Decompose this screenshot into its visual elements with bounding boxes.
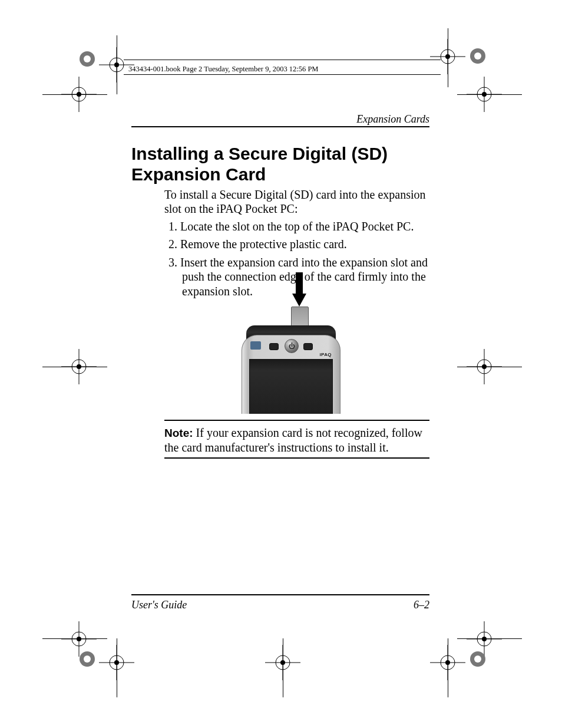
device-button <box>303 343 313 350</box>
crop-line <box>42 367 107 367</box>
device-body: ⏻ iPAQ <box>242 335 340 414</box>
note-body: If your expansion card is not recognized… <box>164 426 422 454</box>
step-item: 2. Remove the protective plastic card. <box>164 237 429 251</box>
registration-gear-icon <box>469 47 487 65</box>
power-button-icon: ⏻ <box>285 339 299 353</box>
footer-rule <box>131 594 429 595</box>
crop-line <box>448 638 448 697</box>
device-button <box>269 343 279 350</box>
footer-left: User's Guide <box>131 599 187 611</box>
step-text: Locate the slot on the top of the iPAQ P… <box>180 220 414 233</box>
intro-paragraph: To install a Secure Digital (SD) card in… <box>164 187 429 216</box>
step-text: Remove the protective plastic card. <box>180 238 347 251</box>
note-paragraph: Note: If your expansion card is not reco… <box>164 426 429 455</box>
note-label: Note: <box>164 427 193 439</box>
section-heading: Installing a Secure Digital (SD) Expansi… <box>131 143 429 185</box>
note-rule-top <box>164 420 429 421</box>
running-header-rule <box>131 126 429 127</box>
crop-line <box>283 638 283 697</box>
registration-gear-icon <box>78 650 96 668</box>
crop-line <box>448 28 448 87</box>
device-brand-label: iPAQ <box>319 352 332 357</box>
crop-line <box>42 638 107 639</box>
print-header-rule-top <box>124 60 441 60</box>
crop-line <box>457 367 522 367</box>
footer-right: 6–2 <box>414 599 429 611</box>
power-glyph: ⏻ <box>289 342 295 350</box>
svg-point-51 <box>474 655 481 663</box>
note-rule-bottom <box>164 457 429 459</box>
print-header: 343434-001.book Page 2 Tuesday, Septembe… <box>128 65 318 74</box>
crop-line <box>457 94 522 95</box>
svg-point-33 <box>84 655 91 663</box>
registration-gear-icon <box>78 50 96 68</box>
insert-arrow-icon <box>292 272 306 308</box>
svg-point-31 <box>77 637 81 641</box>
print-header-rule-bottom <box>124 74 441 75</box>
crop-line <box>42 94 107 95</box>
device-illustration: ⏻ iPAQ <box>236 272 336 414</box>
svg-point-45 <box>482 637 487 641</box>
crop-line <box>117 35 117 94</box>
crop-line <box>457 638 522 639</box>
crop-line <box>117 638 117 697</box>
svg-point-15 <box>474 52 481 60</box>
svg-point-1 <box>84 55 91 62</box>
registration-gear-icon <box>469 650 487 668</box>
hp-logo-icon <box>250 341 261 350</box>
running-header: Expansion Cards <box>356 113 429 126</box>
step-item: 1. Locate the slot on the top of the iPA… <box>164 219 429 233</box>
device-screen <box>249 359 333 414</box>
page: 343434-001.book Page 2 Tuesday, Septembe… <box>0 0 562 728</box>
